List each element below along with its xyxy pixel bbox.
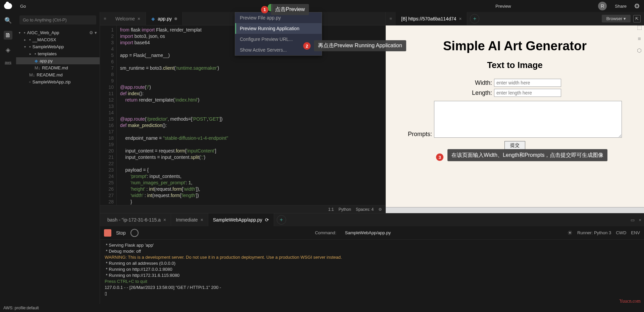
width-label: Width: (469, 79, 492, 86)
tree-root[interactable]: ▾▪AIGC_Web_App⚙ ▾ (16, 29, 100, 36)
annotation-1: 1 点击Preview (261, 4, 309, 15)
tree-readme2[interactable]: M↓README.md (16, 71, 100, 78)
term-tab-immediate[interactable]: Immediate× (171, 213, 208, 226)
menu-go[interactable]: Go (16, 2, 40, 11)
bottom-statusbar: AWS: profile:default (0, 304, 644, 312)
tree-readme1[interactable]: M↓README.md (16, 64, 100, 71)
activity-bar: 🔍 🗎 ◈ aws (0, 12, 16, 304)
gear-icon[interactable]: ⚙ (378, 207, 382, 212)
bug-icon[interactable]: ☀ (567, 229, 573, 237)
menubar: FileEditFindViewGoRunToolsWindowSupport … (0, 0, 644, 12)
terminal-toolbar: Stop Command: SampleWebApp/app.py ☀ Runn… (100, 226, 644, 240)
new-tab-button[interactable]: + (470, 14, 479, 23)
maximize-icon[interactable]: ▭ (631, 217, 635, 223)
annotation-2-badge: 2 (303, 42, 311, 50)
collaborate-icon[interactable]: ⬚ (637, 24, 642, 30)
cloud9-logo-icon[interactable] (4, 3, 12, 9)
watermark: Yuucn.com (620, 299, 641, 304)
browser-button[interactable]: Browser ▾ (602, 15, 631, 22)
terminal-tabs: bash - "ip-172-31-6-115.a× Immediate× Sa… (100, 213, 644, 226)
tab-welcome[interactable]: Welcome× (110, 12, 146, 25)
close-icon[interactable]: × (459, 16, 462, 21)
source-icon[interactable]: ◈ (4, 46, 12, 54)
spaces-setting[interactable]: Spaces: 4 (356, 207, 374, 212)
aws-icon[interactable]: aws (5, 60, 11, 64)
gear-icon[interactable]: ⚙ (634, 2, 640, 10)
dropdown-preview-running[interactable]: Preview Running Application (235, 23, 322, 34)
cwd-button[interactable]: CWD (616, 230, 626, 235)
command-label: Command: (315, 230, 336, 235)
command-value[interactable]: SampleWebApp/app.py (345, 230, 391, 235)
length-label: Length: (469, 89, 492, 97)
annotation-2: 再点击Preview Running Application (314, 40, 406, 51)
tree-samplewebapp[interactable]: ▾▪SampleWebApp (16, 43, 100, 50)
term-tab-bash[interactable]: bash - "ip-172-31-6-115.a× (103, 213, 171, 226)
right-rail: ⬚ ≡ ⬡ (635, 21, 644, 54)
env-button[interactable]: ENV (631, 230, 640, 235)
tree-macosx[interactable]: ▸▪__MACOSX (16, 36, 100, 43)
spinner-icon: ⟳ (265, 217, 269, 223)
preview-pane: Simple AI Art Generator Text to Image Wi… (386, 25, 644, 207)
cursor-position: 1:1 (328, 207, 334, 212)
preview-subheading: Text to Image (392, 60, 637, 70)
stop-label: Stop (116, 230, 126, 236)
tree-apppy[interactable]: ◆app.py (16, 57, 100, 64)
prompts-label: Prompts: (408, 131, 432, 138)
stop-button[interactable] (104, 229, 111, 237)
file-tree: ▾▪AIGC_Web_App⚙ ▾ ▸▪__MACOSX ▾▪SampleWeb… (16, 28, 100, 87)
tab-list-icon[interactable]: ≡ (386, 16, 396, 21)
close-icon[interactable]: × (138, 16, 140, 21)
length-input[interactable] (494, 89, 561, 97)
tab-apppy[interactable]: ◆app.py (146, 12, 183, 25)
horizontal-scrollbar[interactable] (386, 207, 644, 213)
reload-icon[interactable] (130, 229, 139, 237)
aws-profile[interactable]: AWS: profile:default (3, 306, 39, 310)
preview-menu[interactable]: Preview (491, 2, 516, 11)
annotation-3-badge: 3 (436, 153, 443, 161)
width-input[interactable] (494, 79, 561, 87)
sidebar: Go to Anything (Ctrl-P) ▾▪AIGC_Web_App⚙ … (16, 12, 100, 304)
editor-statusbar: 1:1 Python Spaces: 4 ⚙ (100, 205, 385, 213)
term-tab-app[interactable]: SampleWebApp/app.py⟳ (208, 213, 274, 226)
share-button[interactable]: Share (611, 2, 631, 11)
new-terminal-button[interactable]: + (277, 215, 286, 225)
prompts-textarea[interactable] (434, 101, 622, 138)
goto-anything-input[interactable]: Go to Anything (Ctrl-P) (19, 15, 96, 24)
annotation-3: 在该页面输入Width、Length和Prompts，点击提交即可生成图像 (447, 149, 607, 161)
close-panel-icon[interactable]: × (639, 217, 641, 223)
tab-list-icon[interactable]: ≡ (100, 16, 110, 21)
language-mode[interactable]: Python (338, 207, 351, 212)
runner-label[interactable]: Runner: Python 3 (577, 230, 611, 235)
tree-zip[interactable]: ▫SampleWebApp.zip (16, 78, 100, 85)
preview-heading: Simple AI Art Generator (392, 39, 637, 53)
files-icon[interactable]: 🗎 (4, 31, 12, 40)
search-icon[interactable]: 🔍 (4, 16, 12, 25)
user-avatar[interactable]: R (598, 2, 607, 10)
tree-templates[interactable]: ▸▪templates (16, 50, 100, 57)
debug-icon[interactable]: ⬡ (637, 47, 642, 54)
preview-tabs: ≡ [B] https://570a6ba114d74× + Browser ▾… (386, 12, 644, 25)
terminal-output[interactable]: * Serving Flask app 'app' * Debug mode: … (100, 240, 644, 304)
submit-button[interactable]: 提交 (504, 141, 525, 150)
outline-icon[interactable]: ≡ (638, 36, 641, 42)
modified-icon (174, 17, 177, 20)
tab-browser[interactable]: [B] https://570a6ba114d74× (396, 12, 467, 25)
terminal-panel: bash - "ip-172-31-6-115.a× Immediate× Sa… (100, 213, 644, 304)
